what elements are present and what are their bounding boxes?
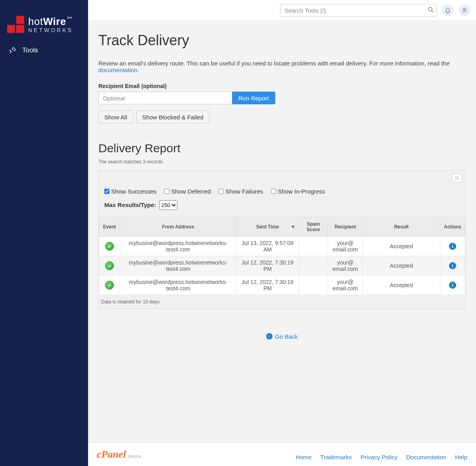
cell-spam (299, 276, 328, 295)
account-button[interactable] (459, 4, 470, 16)
page-title: Track Delivery (98, 32, 466, 49)
bell-icon (445, 7, 451, 13)
filter-label: Show In-Progress (278, 188, 325, 195)
cell-spam (299, 237, 328, 256)
documentation-link[interactable]: documentation (98, 67, 137, 73)
info-button[interactable]: i (449, 282, 456, 289)
svg-point-6 (455, 177, 456, 177)
go-back-row: Go Back (98, 333, 466, 340)
sort-desc-icon: ▼ (291, 224, 296, 230)
cell-result: Accepted (363, 256, 440, 276)
search-button[interactable] (427, 6, 435, 15)
go-back-link[interactable]: Go Back (266, 333, 298, 340)
success-icon (105, 261, 114, 270)
footer-link-help[interactable]: Help (455, 454, 467, 460)
footer-links: HomeTrademarksPrivacy PolicyDocumentatio… (296, 454, 467, 460)
brand-logo: hotWireSM NETWORKS (0, 0, 88, 41)
col-spam[interactable]: Spam Score (299, 217, 328, 237)
info-button[interactable]: i (449, 243, 456, 250)
content: Track Delivery Review an email's deliver… (88, 21, 476, 443)
max-results-select[interactable]: 250 (159, 200, 177, 210)
cell-from: mybusine@wordpress.hotwirenetworks-test4… (120, 276, 236, 295)
run-report-button[interactable]: Run Report (232, 92, 275, 104)
cpanel-brand: cPanel104.0.6 (97, 449, 141, 460)
delivery-table: Event From Address Sent Time▼ Spam Score… (99, 217, 465, 295)
svg-point-0 (428, 8, 432, 11)
col-result[interactable]: Result (363, 217, 440, 237)
footer-link-home[interactable]: Home (296, 454, 311, 460)
search-input[interactable] (280, 4, 437, 17)
tools-icon (9, 46, 17, 54)
filter-failures[interactable]: Show Failures (219, 188, 263, 195)
cell-result: Accepted (363, 237, 440, 256)
max-results-label: Max Results/Type: (104, 201, 156, 208)
cell-from: mybusine@wordpress.hotwirenetworks-test4… (120, 237, 236, 256)
main: Track Delivery Review an email's deliver… (88, 0, 476, 466)
intro-pre: Review an email's delivery route. This c… (98, 60, 449, 67)
table-row: mybusine@wordpress.hotwirenetworks-test4… (99, 276, 465, 295)
show-blocked-failed-button[interactable]: Show Blocked & Failed (136, 111, 209, 123)
sidebar: hotWireSM NETWORKS Tools (0, 0, 88, 466)
sidebar-item-label: Tools (22, 46, 38, 54)
filter-successes[interactable]: Show Successes (104, 188, 156, 195)
success-icon (105, 242, 114, 251)
col-sent[interactable]: Sent Time▼ (236, 217, 299, 237)
footer-link-trademarks[interactable]: Trademarks (320, 454, 351, 460)
brand-subtitle: NETWORKS (28, 27, 73, 33)
cell-actions: i (440, 276, 465, 295)
col-recipient[interactable]: Recipient (328, 217, 363, 237)
footer-link-privacy-policy[interactable]: Privacy Policy (361, 454, 397, 460)
brand-sm: SM (67, 16, 72, 19)
col-label: Sent Time (256, 224, 279, 230)
filter-label: Show Successes (111, 188, 156, 195)
cell-event (99, 276, 120, 295)
cell-recipient: your@ email.com (328, 276, 363, 295)
cell-actions: i (440, 256, 465, 276)
footer: cPanel104.0.6 HomeTrademarksPrivacy Poli… (88, 443, 476, 466)
cell-event (99, 256, 120, 276)
brand-word-1: hot (28, 15, 43, 27)
info-button[interactable]: i (449, 262, 456, 269)
filter-inprogress[interactable]: Show In-Progress (271, 188, 325, 195)
cpanel-version: 104.0.6 (128, 454, 141, 458)
col-from[interactable]: From Address (120, 217, 236, 237)
cell-recipient: your@ email.com (328, 256, 363, 276)
report-panel: Show Successes Show Deferred Show Failur… (98, 170, 466, 309)
recipient-label: Recipient Email (optional) (98, 83, 466, 89)
deferred-checkbox[interactable] (164, 189, 169, 194)
intro-text: Review an email's delivery route. This c… (98, 60, 466, 73)
footer-link-documentation[interactable]: Documentation (406, 454, 446, 460)
filter-deferred[interactable]: Show Deferred (164, 188, 211, 195)
list-icon (455, 175, 459, 181)
svg-point-8 (455, 179, 456, 180)
sidebar-item-tools[interactable]: Tools (0, 41, 88, 60)
successes-checkbox[interactable] (104, 189, 109, 194)
filter-label: Show Deferred (171, 188, 211, 195)
retention-note: Data is retained for 10 days. (99, 295, 465, 309)
filter-label: Show Failures (225, 188, 263, 195)
go-back-label: Go Back (275, 333, 298, 340)
cell-sent: Jul 12, 2022, 7:30:19 PM (236, 256, 299, 276)
svg-point-2 (463, 8, 465, 10)
col-event[interactable]: Event (99, 217, 120, 237)
recipient-email-input[interactable] (98, 92, 232, 104)
failures-checkbox[interactable] (219, 189, 224, 194)
logo-icon (7, 16, 24, 33)
user-icon (461, 7, 468, 13)
col-actions[interactable]: Actions (440, 217, 465, 237)
back-arrow-icon (266, 333, 273, 339)
report-heading: Delivery Report (98, 142, 466, 155)
svg-point-7 (455, 178, 456, 178)
table-row: mybusine@wordpress.hotwirenetworks-test4… (99, 256, 465, 276)
brand-word-2: Wire (43, 15, 66, 27)
success-icon (105, 281, 114, 290)
cell-recipient: your@ email.com (328, 237, 363, 256)
cell-event (99, 237, 120, 256)
table-row: mybusine@wordpress.hotwirenetworks-test4… (99, 237, 465, 256)
cell-sent: Jul 13, 2022, 9:57:09 AM (236, 237, 299, 256)
inprogress-checkbox[interactable] (271, 189, 276, 194)
columns-toggle-button[interactable] (452, 174, 462, 182)
show-all-button[interactable]: Show All (98, 111, 133, 123)
notifications-button[interactable] (442, 4, 454, 16)
cell-spam (299, 256, 328, 276)
